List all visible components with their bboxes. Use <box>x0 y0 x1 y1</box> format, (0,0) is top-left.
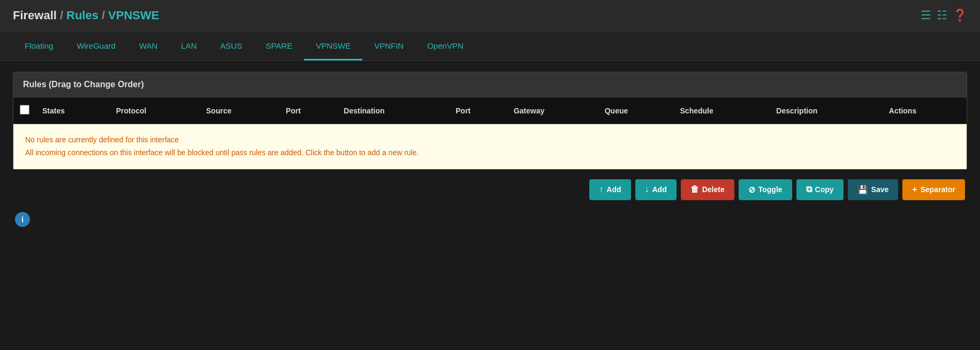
delete-button[interactable]: 🗑Delete <box>681 179 734 200</box>
warning-line1: No rules are currently defined for this … <box>25 134 955 147</box>
add-down-icon: ↓ <box>645 185 649 194</box>
tab-vpnfin[interactable]: VPNFIN <box>362 32 415 60</box>
breadcrumb-sep1: / <box>60 9 63 22</box>
col-header-port: Port <box>279 97 337 124</box>
warning-box: No rules are currently defined for this … <box>13 124 967 169</box>
add-up-label: Add <box>606 185 621 194</box>
tab-floating[interactable]: Floating <box>13 32 65 60</box>
info-icon[interactable]: i <box>15 212 30 227</box>
col-header-actions: Actions <box>883 97 967 124</box>
breadcrumb-rules[interactable]: Rules <box>66 9 98 22</box>
breadcrumb-active[interactable]: VPNSWE <box>108 9 159 22</box>
tab-asus[interactable]: ASUS <box>209 32 254 60</box>
main-content: Rules (Drag to Change Order) StatesProto… <box>0 61 980 240</box>
info-row: i <box>13 202 967 229</box>
add-down-button[interactable]: ↓Add <box>635 179 677 200</box>
col-header-states: States <box>36 97 110 124</box>
help-icon[interactable]: ❓ <box>953 9 967 22</box>
rules-card-header: Rules (Drag to Change Order) <box>13 72 967 97</box>
copy-label: Copy <box>815 185 834 194</box>
breadcrumb: Firewall / Rules / VPNSWE <box>13 9 159 22</box>
add-up-icon: ↑ <box>599 185 603 194</box>
tab-vpnswe[interactable]: VPNSWE <box>304 32 362 60</box>
copy-icon: ⧉ <box>806 185 812 194</box>
select-all-checkbox[interactable] <box>20 105 29 115</box>
col-header-gateway: Gateway <box>507 97 598 124</box>
page-header: Firewall / Rules / VPNSWE ☰ ☷ ❓ <box>0 0 980 32</box>
tabs-bar: FloatingWireGuardWANLANASUSSPAREVPNSWEVP… <box>0 32 980 61</box>
add-up-button[interactable]: ↑Add <box>589 179 630 200</box>
tab-openvpn[interactable]: OpenVPN <box>415 32 475 60</box>
col-header-schedule: Schedule <box>674 97 770 124</box>
warning-line2: All incoming connections on this interfa… <box>25 147 955 159</box>
col-header-description: Description <box>770 97 883 124</box>
toggle-button[interactable]: ⊘Toggle <box>739 179 792 200</box>
toggle-label: Toggle <box>758 185 783 194</box>
warning-row: No rules are currently defined for this … <box>13 124 967 169</box>
rules-card: Rules (Drag to Change Order) StatesProto… <box>13 72 967 170</box>
save-icon: 💾 <box>857 185 868 195</box>
col-header-destination: Destination <box>337 97 449 124</box>
save-label: Save <box>871 185 889 194</box>
tab-wireguard[interactable]: WireGuard <box>65 32 127 60</box>
separator-icon: + <box>912 185 917 194</box>
copy-button[interactable]: ⧉Copy <box>796 179 844 200</box>
breadcrumb-sep2: / <box>102 9 105 22</box>
col-header-checkbox <box>13 97 36 124</box>
breadcrumb-app: Firewall <box>13 9 57 22</box>
add-down-label: Add <box>652 185 667 194</box>
col-header-protocol: Protocol <box>110 97 200 124</box>
toggle-icon: ⊘ <box>748 185 755 195</box>
tab-wan[interactable]: WAN <box>127 32 169 60</box>
save-button[interactable]: 💾Save <box>848 179 899 200</box>
col-header-port2: Port <box>449 97 507 124</box>
delete-icon: 🗑 <box>690 185 699 194</box>
warning-cell: No rules are currently defined for this … <box>13 124 967 169</box>
header-icons: ☰ ☷ ❓ <box>921 9 967 22</box>
col-header-queue: Queue <box>598 97 674 124</box>
col-header-source: Source <box>200 97 279 124</box>
separator-label: Separator <box>921 185 955 194</box>
actions-row: ↑Add↓Add🗑Delete⊘Toggle⧉Copy💾Save+Separat… <box>13 170 967 202</box>
tab-lan[interactable]: LAN <box>169 32 208 60</box>
list-icon[interactable]: ☰ <box>921 9 931 22</box>
table-icon[interactable]: ☷ <box>937 9 947 22</box>
rules-table: StatesProtocolSourcePortDestinationPortG… <box>13 97 967 169</box>
separator-button[interactable]: +Separator <box>902 179 965 200</box>
tab-spare[interactable]: SPARE <box>254 32 304 60</box>
delete-label: Delete <box>702 185 725 194</box>
